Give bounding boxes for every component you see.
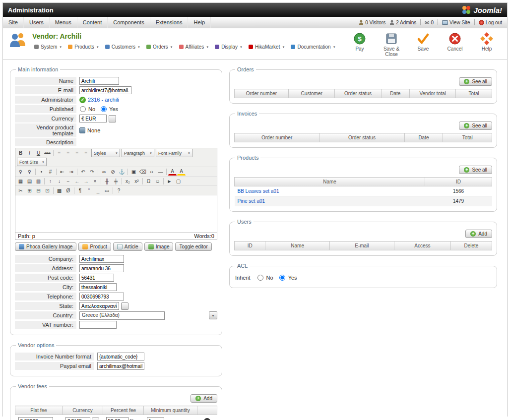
delete-column-icon[interactable]: × <box>91 177 99 185</box>
strikethrough-icon[interactable]: ABC <box>43 149 52 157</box>
fullscreen-icon[interactable]: ▢ <box>174 177 183 185</box>
menu-extensions[interactable]: Extensions <box>150 17 189 28</box>
paragraph-select[interactable]: Paragraph▼ <box>122 149 154 157</box>
cleanup-icon[interactable]: ⌫ <box>138 168 147 176</box>
undo-icon[interactable]: ↶ <box>79 168 87 176</box>
editor-content-area[interactable] <box>15 195 217 232</box>
find-icon[interactable]: ⚲ <box>16 168 25 176</box>
save-button[interactable]: Save <box>409 32 438 52</box>
image-icon[interactable]: ▣ <box>129 168 138 176</box>
administrator-link[interactable]: 2316 - archili <box>88 97 119 103</box>
table-row-props-icon[interactable]: ▤ <box>25 177 34 185</box>
menu-menus[interactable]: Menus <box>50 17 77 28</box>
fees-header-percent[interactable]: Percent fee <box>103 406 144 415</box>
products-header-name[interactable]: Name <box>235 178 425 186</box>
hikamenu-orders[interactable]: Orders▼ <box>144 43 177 51</box>
address-input[interactable] <box>79 264 124 272</box>
published-yes-radio[interactable] <box>101 106 107 112</box>
font-family-select[interactable]: Font Family▼ <box>156 149 192 157</box>
hikamenu-customers[interactable]: Customers▼ <box>103 43 144 51</box>
insert-row-below-icon[interactable]: ↓ <box>55 177 64 185</box>
media-icon[interactable]: ► <box>165 177 174 185</box>
currency-picker-button[interactable] <box>109 115 116 122</box>
users-header-access[interactable]: Access <box>394 241 450 250</box>
pay-button[interactable]: $ Pay <box>345 32 374 52</box>
orders-header-date[interactable]: Date <box>381 89 409 98</box>
align-justify-icon[interactable]: ≡ <box>82 149 90 157</box>
flat-fee-input[interactable] <box>18 417 53 420</box>
published-no-radio[interactable] <box>80 106 86 112</box>
charmap-icon[interactable]: Ω <box>144 177 153 185</box>
product-name-link[interactable]: BB Leaves set a01 <box>238 188 279 194</box>
align-left-icon[interactable]: ≡ <box>55 149 64 157</box>
subscript-icon[interactable]: x₂ <box>124 177 132 185</box>
table-cell-props-icon[interactable]: ▥ <box>34 177 43 185</box>
remove-format-icon[interactable]: Ø <box>64 186 72 194</box>
cut-icon[interactable]: ✂ <box>16 186 25 194</box>
fees-header-currency[interactable]: Currency <box>63 406 103 415</box>
align-center-icon[interactable]: ≡ <box>64 149 72 157</box>
products-header-id[interactable]: ID <box>425 178 492 186</box>
nonbreaking-icon[interactable]: _ <box>94 186 102 194</box>
blockquote-icon[interactable]: “ <box>85 186 93 194</box>
insert-product-button[interactable]: Product <box>78 242 111 251</box>
hr-icon[interactable]: — <box>156 168 165 176</box>
hikamenu-hikamarket[interactable]: HikaMarket▼ <box>247 43 289 51</box>
orders-see-all-button[interactable]: + See all <box>459 77 492 86</box>
insert-column-left-icon[interactable]: ← <box>73 177 81 185</box>
underline-icon[interactable]: U <box>34 149 43 157</box>
outdent-icon[interactable]: ⇤ <box>58 168 66 176</box>
inherit-yes-radio[interactable] <box>279 275 285 281</box>
orders-header-total[interactable]: Total <box>456 89 492 98</box>
align-right-icon[interactable]: ≡ <box>73 149 81 157</box>
vat-input[interactable] <box>79 321 117 329</box>
orders-header-number[interactable]: Order number <box>235 89 289 98</box>
hikamenu-affiliates[interactable]: Affiliates▼ <box>177 43 213 51</box>
product-name-link[interactable]: Pine set a01 <box>238 198 265 204</box>
users-header-id[interactable]: ID <box>235 241 265 250</box>
table-icon[interactable]: ▦ <box>16 177 25 185</box>
paste-text-icon[interactable]: ⊡ <box>43 186 52 194</box>
template-icon[interactable]: ▭ <box>103 186 111 194</box>
fee-currency-picker-button[interactable] <box>92 418 99 420</box>
invoices-header-date[interactable]: Date <box>404 133 443 142</box>
styles-select[interactable]: Styles▼ <box>91 149 120 157</box>
background-color-icon[interactable]: A <box>177 168 186 176</box>
copy-icon[interactable]: ⊞ <box>25 186 34 194</box>
name-input[interactable] <box>79 77 119 85</box>
paste-icon[interactable]: ⊟ <box>34 186 43 194</box>
insert-image-button[interactable]: Image <box>144 242 174 251</box>
add-fee-button[interactable]: + Add <box>191 394 217 403</box>
hikamenu-products[interactable]: Products▼ <box>66 43 103 51</box>
company-input[interactable] <box>79 255 124 263</box>
text-color-icon[interactable]: A <box>168 168 177 176</box>
insert-article-button[interactable]: Article <box>113 242 142 251</box>
country-dropdown-button[interactable]: ▼ <box>209 311 217 319</box>
email-input[interactable] <box>79 86 131 94</box>
products-see-all-button[interactable]: + See all <box>459 166 492 174</box>
italic-icon[interactable]: I <box>25 149 34 157</box>
state-input[interactable] <box>79 302 119 310</box>
add-user-button[interactable]: + Add <box>465 230 492 238</box>
split-cells-icon[interactable]: ╫ <box>103 177 111 185</box>
orders-header-vendor-total[interactable]: Vendor total <box>409 89 455 98</box>
invoices-header-number[interactable]: Order number <box>235 133 319 142</box>
hikamenu-display[interactable]: Display▼ <box>213 43 247 51</box>
merge-cells-icon[interactable]: ╪ <box>112 177 120 185</box>
insert-row-above-icon[interactable]: ↑ <box>46 177 55 185</box>
invoices-header-status[interactable]: Order status <box>319 133 404 142</box>
fee-currency-input[interactable] <box>65 417 90 420</box>
menu-site[interactable]: Site <box>3 17 24 28</box>
emotions-icon[interactable]: ☺ <box>153 177 162 185</box>
delete-row-icon[interactable]: − <box>64 177 72 185</box>
paypal-email-input[interactable] <box>97 362 144 370</box>
numbered-list-icon[interactable]: # <box>46 168 55 176</box>
percent-fee-input[interactable] <box>106 417 128 420</box>
unlink-icon[interactable]: ⊘ <box>109 168 117 176</box>
menu-content[interactable]: Content <box>77 17 108 28</box>
users-header-email[interactable]: E-mail <box>330 241 394 250</box>
postcode-input[interactable] <box>79 274 114 282</box>
phoca-gallery-image-button[interactable]: Phoca Gallery Image <box>15 242 76 251</box>
hikamenu-documentation[interactable]: Documentation▼ <box>289 43 339 51</box>
invoices-header-total[interactable]: Total <box>443 133 492 142</box>
